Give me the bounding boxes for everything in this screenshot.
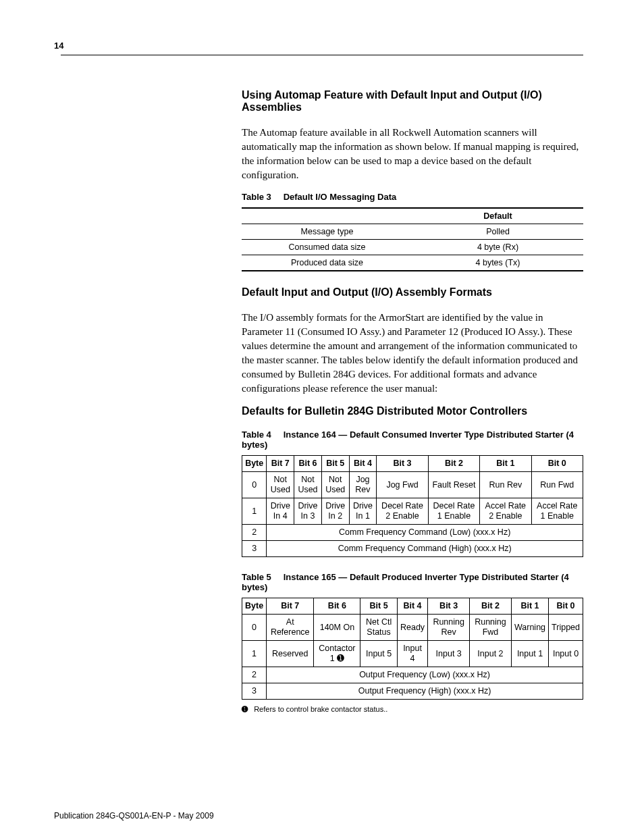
cell: 2: [242, 525, 267, 541]
cell: Input 1: [511, 641, 548, 667]
cell-span: Output Frequency (High) (xxx.x Hz): [267, 683, 583, 700]
table3-r0-value: Polled: [412, 224, 583, 240]
cell: Not Used: [294, 472, 322, 498]
th-bit6: Bit 6: [294, 456, 322, 472]
th-bit1: Bit 1: [480, 456, 531, 472]
table4-caption: Table 4 Instance 164 — Default Consumed …: [242, 429, 583, 450]
footnote: ➊ Refers to control brake contactor stat…: [242, 705, 583, 714]
th-bit4: Bit 4: [397, 598, 428, 615]
cell: 0: [242, 472, 267, 498]
th-bit2: Bit 2: [428, 456, 479, 472]
th-bit4: Bit 4: [349, 456, 377, 472]
cell: Input 4: [397, 641, 428, 667]
cell: Ready: [397, 615, 428, 641]
cell: Decel Rate 1 Enable: [428, 498, 479, 525]
table4-caption-title: Instance 164 — Default Consumed Inverter…: [242, 429, 574, 450]
table-row: 3 Comm Frequency Command (High) (xxx.x H…: [242, 541, 583, 557]
cell: 3: [242, 683, 267, 700]
th-bit7: Bit 7: [267, 598, 314, 615]
table3-r1-value: 4 byte (Rx): [412, 240, 583, 255]
cell: Drive In 4: [267, 498, 294, 525]
table-instance-165: Byte Bit 7 Bit 6 Bit 5 Bit 4 Bit 3 Bit 2…: [242, 598, 583, 700]
footnote-marker-icon: ➊: [242, 705, 248, 713]
cell: Decel Rate 2 Enable: [377, 498, 428, 525]
divider: [61, 55, 583, 55]
cell: Input 2: [469, 641, 511, 667]
table5-caption: Table 5 Instance 165 — Default Produced …: [242, 572, 583, 592]
cell: 140M On: [314, 615, 360, 641]
cell-span: Comm Frequency Command (Low) (xxx.x Hz): [267, 525, 583, 541]
table4-caption-number: Table 4: [242, 429, 281, 440]
table-row: 2 Comm Frequency Command (Low) (xxx.x Hz…: [242, 525, 583, 541]
paragraph-automap: The Automap feature available in all Roc…: [242, 126, 583, 182]
table3-header-default: Default: [412, 208, 583, 224]
cell: Tripped: [549, 615, 583, 641]
table3-caption-title: Default I/O Messaging Data: [284, 192, 397, 202]
cell: 1: [242, 498, 267, 525]
table-row: 0 Not Used Not Used Not Used Jog Rev Jog…: [242, 472, 583, 498]
table-row: 1 Reserved Contactor 1 ➊ Input 5 Input 4…: [242, 641, 583, 667]
th-byte: Byte: [242, 598, 267, 615]
cell: Running Rev: [428, 615, 470, 641]
paragraph-io-formats: The I/O assembly formats for the ArmorSt…: [242, 311, 583, 396]
table-row: Consumed data size 4 byte (Rx): [242, 240, 583, 255]
table-instance-164: Byte Bit 7 Bit 6 Bit 5 Bit 4 Bit 3 Bit 2…: [242, 455, 583, 557]
th-bit3: Bit 3: [377, 456, 428, 472]
cell: Not Used: [321, 472, 349, 498]
publication-footer: Publication 284G-QS001A-EN-P - May 2009: [54, 811, 214, 820]
cell: Run Rev: [480, 472, 531, 498]
cell-span: Comm Frequency Command (High) (xxx.x Hz): [267, 541, 583, 557]
cell: Accel Rate 2 Enable: [480, 498, 531, 525]
cell: Reserved: [267, 641, 314, 667]
cell: Net Ctl Status: [360, 615, 397, 641]
table-header-row: Byte Bit 7 Bit 6 Bit 5 Bit 4 Bit 3 Bit 2…: [242, 456, 583, 472]
th-bit5: Bit 5: [360, 598, 397, 615]
cell: Jog Rev: [349, 472, 377, 498]
cell: Input 5: [360, 641, 397, 667]
cell: Fault Reset: [428, 472, 479, 498]
cell: Run Fwd: [531, 472, 583, 498]
th-byte: Byte: [242, 456, 267, 472]
cell: Running Fwd: [469, 615, 511, 641]
table3-r2-label: Produced data size: [242, 255, 412, 271]
cell-span: Output Frequency (Low) (xxx.x Hz): [267, 667, 583, 683]
cell: 3: [242, 541, 267, 557]
page-number: 14: [54, 41, 583, 51]
heading-284g: Defaults for Bulletin 284G Distributed M…: [242, 405, 583, 417]
cell: Input 3: [428, 641, 470, 667]
cell: 0: [242, 615, 267, 641]
table-row: 1 Drive In 4 Drive In 3 Drive In 2 Drive…: [242, 498, 583, 525]
cell: Drive In 2: [321, 498, 349, 525]
cell: Input 0: [549, 641, 583, 667]
th-bit3: Bit 3: [428, 598, 470, 615]
table3-caption-number: Table 3: [242, 192, 281, 202]
cell: Drive In 3: [294, 498, 322, 525]
th-bit0: Bit 0: [549, 598, 583, 615]
table-row: 0 At Reference 140M On Net Ctl Status Re…: [242, 615, 583, 641]
table3-r2-value: 4 bytes (Tx): [412, 255, 583, 271]
th-bit0: Bit 0: [531, 456, 583, 472]
table5-caption-title: Instance 165 — Default Produced Inverter…: [242, 572, 569, 592]
table-row: Produced data size 4 bytes (Tx): [242, 255, 583, 271]
table-row: Message type Polled: [242, 224, 583, 240]
table-default-io: Default Message type Polled Consumed dat…: [242, 207, 583, 271]
cell: Drive In 1: [349, 498, 377, 525]
table-row: 2 Output Frequency (Low) (xxx.x Hz): [242, 667, 583, 683]
th-bit6: Bit 6: [314, 598, 360, 615]
th-bit1: Bit 1: [511, 598, 548, 615]
heading-io-formats: Default Input and Output (I/O) Assembly …: [242, 286, 583, 298]
cell: Warning: [511, 615, 548, 641]
cell: Accel Rate 1 Enable: [531, 498, 583, 525]
cell: 1: [242, 641, 267, 667]
th-bit7: Bit 7: [267, 456, 294, 472]
table3-caption: Table 3 Default I/O Messaging Data: [242, 192, 583, 202]
table-row: 3 Output Frequency (High) (xxx.x Hz): [242, 683, 583, 700]
cell: At Reference: [267, 615, 314, 641]
cell: Jog Fwd: [377, 472, 428, 498]
table3-r1-label: Consumed data size: [242, 240, 412, 255]
cell: Not Used: [267, 472, 294, 498]
heading-automap: Using Automap Feature with Default Input…: [242, 89, 583, 113]
cell: Contactor 1 ➊: [314, 641, 360, 667]
footnote-text: Refers to control brake contactor status…: [254, 705, 387, 713]
table-header-row: Byte Bit 7 Bit 6 Bit 5 Bit 4 Bit 3 Bit 2…: [242, 598, 583, 615]
